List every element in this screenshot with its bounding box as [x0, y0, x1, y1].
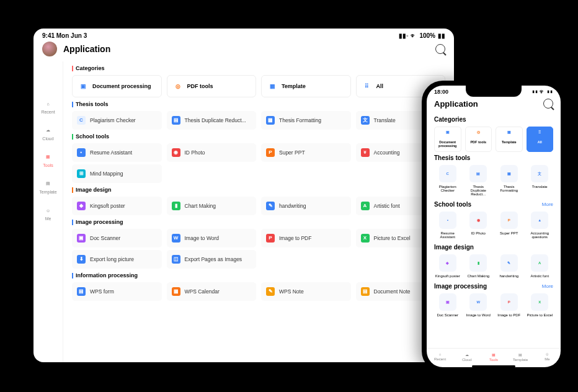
tool-plagiarism-checker[interactable]: CPlagiarism Checker — [434, 165, 461, 196]
icon-wrap: ◉ — [469, 212, 487, 229]
tool-wps-form[interactable]: ▤WPS form — [72, 282, 162, 301]
tool-mind-mapping[interactable]: ⊞Mind Mapping — [72, 164, 162, 183]
tool-picture-to-excel[interactable]: XPicture to Excel — [527, 293, 554, 317]
tool-chart-making[interactable]: ▮Chart Making — [167, 197, 257, 215]
tool-label: Super PPT — [500, 231, 518, 235]
battery-icon: ▮▮ — [438, 32, 445, 39]
check-icon: C — [447, 172, 449, 176]
more-link[interactable]: More — [542, 283, 553, 289]
tool-label: ID Photo — [471, 231, 486, 235]
sidebar-item-label: Cloud — [42, 136, 53, 141]
tool-row: CPlagiarism Checker ▤Thesis Duplicate Re… — [72, 111, 445, 130]
pdf-icon: P — [266, 234, 275, 243]
tool-super-ppt[interactable]: PSuper PPT — [496, 212, 523, 239]
section-header: Image processing — [72, 219, 445, 225]
tab-label: Tools — [489, 358, 498, 362]
sidebar-item-tools[interactable]: ▦ Tools — [43, 152, 53, 167]
category-pdf-tools[interactable]: ◎ PDF tools — [167, 75, 257, 97]
document-icon: ▣ — [444, 131, 451, 138]
tool-row: ▣Doc Scanner WImage to Word PImage to PD… — [434, 293, 553, 317]
tool-export-pages-images[interactable]: ◫Export Pages as Images — [167, 250, 257, 269]
sidebar-item-template[interactable]: ▤ Template — [39, 179, 56, 194]
translate-icon: 文 — [538, 172, 541, 176]
tab-cloud[interactable]: ☁Cloud — [453, 352, 480, 362]
tool-chart-making[interactable]: ▮Chart Making — [465, 254, 492, 278]
category-document-processing[interactable]: ▣ Document processing — [434, 127, 461, 152]
section-title: Image design — [76, 187, 112, 193]
avatar[interactable] — [42, 42, 57, 56]
tool-image-to-pdf[interactable]: PImage to PDF — [496, 293, 523, 317]
tool-kingsoft-poster[interactable]: ◆Kingsoft poster — [434, 254, 461, 278]
tablet-header: Application — [33, 40, 454, 61]
tool-label: Export long picture — [90, 256, 134, 262]
section-header: Thesis tools — [434, 154, 553, 161]
tool-wps-note[interactable]: ✎WPS Note — [261, 282, 351, 301]
template-icon: ▤ — [43, 179, 53, 189]
poster-icon: ◆ — [77, 202, 86, 210]
format-icon: ▦ — [266, 116, 275, 125]
tab-tools[interactable]: ▦Tools — [480, 352, 507, 362]
icon-wrap: P — [500, 293, 518, 311]
tool-doc-scanner[interactable]: ▣Doc Scanner — [72, 229, 162, 247]
doc-note-icon: ▤ — [361, 287, 370, 296]
tool-translate[interactable]: 文Translate — [527, 165, 554, 196]
section-header: Thesis tools — [72, 101, 445, 107]
tool-row: ▪Resume Assistant ◉ID Photo PSuper PPT ¥… — [72, 143, 445, 162]
pdf-icon: P — [508, 300, 510, 304]
more-link[interactable]: More — [542, 202, 553, 207]
cloud-icon: ☁ — [43, 125, 53, 135]
search-icon[interactable] — [543, 99, 553, 109]
sidebar-item-cloud[interactable]: ☁ Cloud — [42, 125, 53, 141]
tab-me[interactable]: ☺Me — [534, 352, 561, 362]
tool-resume-assistant[interactable]: ▪Resume Assistant — [72, 143, 162, 162]
tool-thesis-duplicate[interactable]: ▤Thesis Duplicate Reduct... — [465, 165, 492, 196]
sidebar-item-recent[interactable]: ⌂ Recent — [41, 99, 55, 114]
signal-icon: ▮▮◦ — [399, 32, 409, 39]
tablet-body: ⌂ Recent ☁ Cloud ▦ Tools ▤ Template ☺ — [33, 61, 454, 362]
tool-id-photo[interactable]: ◉ID Photo — [167, 143, 257, 162]
category-document-processing[interactable]: ▣ Document processing — [72, 75, 162, 97]
home-icon: ⌂ — [43, 99, 53, 109]
tool-accounting[interactable]: ▲Accounting questions — [527, 212, 554, 239]
tool-thesis-duplicate[interactable]: ▤Thesis Duplicate Reduct... — [167, 111, 257, 130]
section-header: Image design — [72, 187, 445, 193]
sidebar-item-label: Me — [45, 216, 51, 221]
tab-label: Cloud — [462, 358, 472, 362]
sidebar-item-me[interactable]: ☺ Me — [43, 205, 53, 221]
tool-image-to-pdf[interactable]: PImage to PDF — [261, 229, 351, 247]
home-indicator[interactable] — [472, 365, 515, 367]
tool-thesis-formatting[interactable]: ▦Thesis Formatting — [261, 111, 351, 130]
search-icon[interactable] — [435, 44, 445, 54]
tab-template[interactable]: ▤Template — [507, 352, 534, 362]
font-icon: A — [361, 202, 370, 210]
tool-plagiarism-checker[interactable]: CPlagiarism Checker — [72, 111, 162, 130]
tool-resume-assistant[interactable]: ▪Resume Assistant — [434, 212, 461, 239]
tool-image-to-word[interactable]: WImage to Word — [167, 229, 257, 247]
tool-doc-scanner[interactable]: ▣Doc Scanner — [434, 293, 461, 317]
tool-id-photo[interactable]: ◉ID Photo — [465, 212, 492, 239]
tool-label: WPS form — [90, 288, 114, 295]
tool-image-to-word[interactable]: WImage to Word — [465, 293, 492, 317]
tool-export-long-picture[interactable]: ⬇Export long picture — [72, 250, 162, 269]
phone-frame: 18:00 ▮▮ ᯤ ▮▮ Application Categories ▣ D… — [422, 81, 566, 372]
category-template[interactable]: ▦ Template — [496, 127, 523, 152]
tab-recent[interactable]: ⌂Recent — [427, 352, 453, 362]
pen-icon: ✎ — [266, 202, 275, 210]
tool-thesis-formatting[interactable]: ▦Thesis Formatting — [496, 165, 523, 196]
tool-label: Plagiarism Checker — [90, 117, 136, 123]
tool-label: Thesis Formatting — [279, 117, 321, 123]
tool-label: Image to Word — [185, 235, 220, 241]
tool-artistic-font[interactable]: AArtistic font — [527, 254, 554, 278]
tool-wps-calendar[interactable]: ▦WPS Calendar — [167, 282, 257, 301]
tool-handwriting[interactable]: ✎handwriting — [496, 254, 523, 278]
tool-handwriting[interactable]: ✎handwriting — [261, 197, 351, 215]
tool-super-ppt[interactable]: PSuper PPT — [261, 143, 351, 162]
category-all[interactable]: ⠿ All — [527, 127, 554, 152]
category-template[interactable]: ▦ Template — [261, 75, 351, 97]
tool-kingsoft-poster[interactable]: ◆Kingsoft poster — [72, 197, 162, 215]
photo-icon: ◉ — [172, 148, 180, 157]
tool-label: Document Note — [374, 288, 411, 295]
pdf-icon: ◎ — [174, 82, 182, 91]
category-pdf-tools[interactable]: ◎ PDF tools — [465, 127, 492, 152]
phone-tabbar: ⌂Recent ☁Cloud ▦Tools ▤Template ☺Me — [427, 348, 561, 364]
